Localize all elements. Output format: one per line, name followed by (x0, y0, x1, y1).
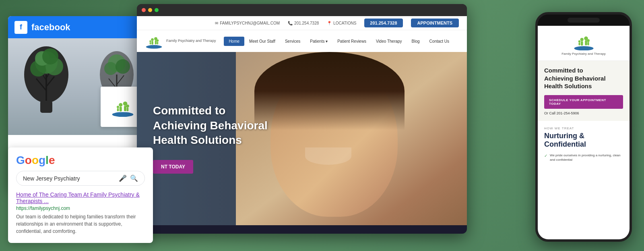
phone-logo-icon (573, 32, 595, 50)
topbar-locations-text: LOCATIONS (333, 21, 356, 25)
svg-rect-28 (117, 108, 119, 111)
phone-hero-section: Committed toAchieving BehavioralHealth S… (538, 61, 630, 121)
svg-point-29 (146, 45, 162, 49)
browser-top-bar (137, 4, 467, 16)
phone-notch-bar (568, 18, 600, 23)
hero-heading: Committed toAchieving BehavioralHealth S… (153, 104, 268, 147)
nav-patients[interactable]: Patients ▾ (305, 37, 332, 46)
svg-point-17 (104, 62, 117, 75)
google-logo: Google (16, 154, 145, 167)
svg-rect-33 (151, 41, 153, 45)
svg-rect-44 (587, 42, 589, 45)
phone-nurturing-heading: Nurturing &Confidential (544, 132, 623, 149)
svg-point-10 (42, 48, 58, 64)
microphone-icon[interactable]: 🎤 (119, 174, 127, 182)
google-search-card: Google New Jersey Psychiatry 🎤 🔍 Home of… (8, 147, 153, 243)
phone-check-item: ✓ We pride ourselves in providing a nurt… (544, 153, 623, 162)
nav-reviews[interactable]: Patient Reviews (332, 37, 371, 46)
svg-point-34 (157, 39, 159, 42)
browser-content: ✉ FAMILYPSYCHNJ@GMAIL.COM 📞 201.254.7328… (137, 16, 467, 234)
google-search-bar[interactable]: New Jersey Psychiatry 🎤 🔍 (16, 171, 145, 186)
nav-blog[interactable]: Blog (407, 37, 425, 46)
search-icon[interactable]: 🔍 (130, 174, 138, 182)
email-icon: ✉ (215, 21, 218, 25)
svg-point-45 (578, 40, 580, 43)
facebook-title: facebook (31, 22, 70, 33)
phone-screen: Family Psychiatry and Therapy Committed … (538, 26, 630, 239)
facebook-header: f facebook (8, 16, 153, 38)
phone-notch (538, 15, 630, 26)
phone-frame: Family Psychiatry and Therapy Committed … (535, 12, 632, 242)
nav-items: Home Meet Our Staff Services Patients ▾ … (224, 37, 454, 46)
svg-point-27 (117, 106, 119, 108)
phone-logo-section: Family Psychiatry and Therapy (538, 26, 630, 61)
smile-hint (305, 147, 351, 165)
topbar-email-text: FAMILYPSYCHNJ@GMAIL.COM (220, 21, 280, 25)
nav-home[interactable]: Home (224, 37, 244, 46)
facebook-image-area (8, 38, 153, 135)
svg-rect-40 (585, 40, 587, 45)
topbar-phone-button[interactable]: 201.254.7328 (364, 19, 402, 27)
search-result-title[interactable]: Home of The Caring Team At Family Psychi… (16, 191, 145, 204)
hero-text: Committed toAchieving BehavioralHealth S… (137, 87, 284, 189)
svg-rect-37 (150, 42, 151, 45)
site-logo-text: Family Psychiatry and Therapy (166, 39, 216, 44)
facebook-logo-box: f (14, 21, 27, 34)
topbar-phone: 📞 201.254.7328 (288, 21, 319, 25)
browser-close-dot[interactable] (142, 8, 146, 12)
site-hero: Committed toAchieving BehavioralHealth S… (137, 52, 467, 225)
svg-rect-11 (40, 101, 52, 113)
search-input-text[interactable]: New Jersey Psychiatry (23, 175, 116, 182)
svg-point-38 (574, 46, 593, 50)
svg-point-25 (126, 104, 129, 108)
family-logo-fb (111, 97, 135, 117)
phone-icon: 📞 (288, 21, 293, 25)
svg-point-36 (149, 40, 151, 42)
phone-how-treat-label: HOW WE TREAT (544, 127, 623, 130)
svg-point-41 (580, 38, 583, 41)
nav-meet-staff[interactable]: Meet Our Staff (244, 37, 280, 46)
laptop-frame: ✉ FAMILYPSYCHNJ@GMAIL.COM 📞 201.254.7328… (137, 4, 467, 234)
svg-point-23 (119, 103, 122, 107)
google-l: l (45, 154, 49, 166)
topbar-phone-text: 201.254.7328 (294, 21, 319, 25)
location-icon: 📍 (327, 21, 332, 25)
google-o1: o (25, 154, 32, 166)
svg-point-18 (116, 59, 130, 74)
google-o2: o (32, 154, 39, 166)
svg-point-20 (112, 112, 134, 117)
phone-hero-heading: Committed toAchieving BehavioralHealth S… (544, 66, 623, 90)
svg-rect-42 (580, 41, 583, 46)
phone-check-text: We pride ourselves in providing a nurtur… (550, 153, 623, 162)
phone-logo-text: Family Psychiatry and Therapy (561, 52, 606, 56)
phone-treat-section: HOW WE TREAT Nurturing &Confidential ✓ W… (538, 121, 630, 168)
site-topbar: ✉ FAMILYPSYCHNJ@GMAIL.COM 📞 201.254.7328… (137, 16, 467, 30)
facebook-f-letter: f (20, 23, 22, 31)
google-g2: g (39, 154, 45, 166)
search-result-desc: Our team is dedicated to helping familie… (16, 213, 145, 235)
phone-schedule-button[interactable]: SCHEDULE YOUR APPOINTMENT TODAY (544, 95, 623, 109)
tree-head-left (20, 42, 72, 123)
nav-video-therapy[interactable]: Video Therapy (371, 37, 407, 46)
svg-rect-24 (120, 107, 122, 112)
svg-rect-22 (124, 106, 126, 111)
browser-maximize-dot[interactable] (155, 8, 159, 12)
site-logo-icon (145, 33, 163, 49)
google-e: e (49, 154, 55, 166)
site-logo: Family Psychiatry and Therapy (145, 33, 216, 49)
google-g: G (16, 154, 25, 166)
svg-point-32 (151, 38, 154, 41)
topbar-email: ✉ FAMILYPSYCHNJ@GMAIL.COM (215, 21, 280, 25)
phone-call-text: Or Call 201-254-5906 (544, 111, 623, 115)
hero-cta-button[interactable]: NT TODAY (153, 160, 193, 174)
topbar-appointments-button[interactable]: APPOINTMENTS (411, 19, 459, 27)
browser-minimize-dot[interactable] (148, 8, 152, 12)
nav-contact[interactable]: Contact Us (425, 37, 454, 46)
topbar-locations[interactable]: 📍 LOCATIONS (327, 21, 356, 25)
site-header: ✉ FAMILYPSYCHNJ@GMAIL.COM 📞 201.254.7328… (137, 16, 467, 52)
checkmark-icon: ✓ (544, 153, 547, 159)
site-navbar: Family Psychiatry and Therapy Home Meet … (137, 30, 467, 52)
nav-services[interactable]: Services (280, 37, 305, 46)
svg-point-43 (587, 39, 590, 42)
svg-rect-31 (155, 40, 157, 44)
